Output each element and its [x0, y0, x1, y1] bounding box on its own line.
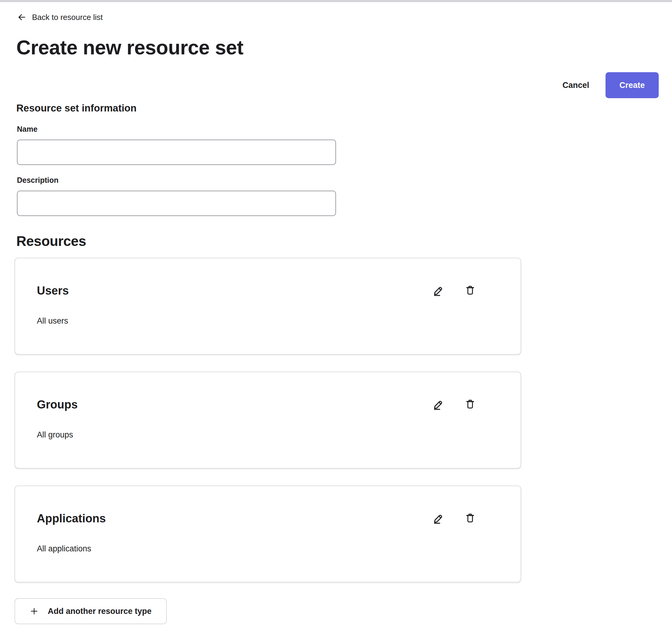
edit-groups-button[interactable]	[431, 397, 446, 412]
resource-card-title: Applications	[37, 512, 106, 525]
resource-card-description: All applications	[37, 544, 499, 553]
delete-applications-button[interactable]	[463, 511, 478, 526]
top-edge-strip	[0, 0, 672, 2]
card-actions	[431, 283, 478, 298]
create-resource-set-page: Back to resource list Create new resourc…	[0, 0, 672, 626]
plus-icon	[30, 607, 39, 616]
add-resource-type-label: Add another resource type	[48, 607, 152, 616]
trash-icon	[465, 285, 476, 296]
card-actions	[431, 511, 478, 526]
name-input[interactable]	[17, 140, 336, 165]
cancel-button[interactable]: Cancel	[553, 75, 598, 96]
arrow-left-icon	[17, 13, 27, 22]
pencil-edit-icon	[433, 513, 443, 524]
card-header: Applications	[37, 511, 499, 526]
edit-users-button[interactable]	[431, 283, 446, 298]
resource-card-description: All groups	[37, 430, 499, 440]
back-to-resource-list-link[interactable]: Back to resource list	[17, 13, 103, 22]
description-input[interactable]	[17, 191, 336, 216]
back-link-label: Back to resource list	[32, 13, 103, 22]
form-actions: Cancel Create	[15, 72, 659, 98]
trash-icon	[465, 399, 476, 410]
description-label: Description	[17, 176, 659, 185]
card-actions	[431, 397, 478, 412]
edit-applications-button[interactable]	[431, 511, 446, 526]
pencil-edit-icon	[433, 285, 443, 296]
delete-groups-button[interactable]	[463, 397, 478, 412]
resource-set-information-heading: Resource set information	[16, 102, 659, 114]
pencil-edit-icon	[433, 399, 443, 410]
resource-card-title: Groups	[37, 398, 78, 411]
add-resource-type-button[interactable]: Add another resource type	[15, 598, 167, 624]
delete-users-button[interactable]	[463, 283, 478, 298]
page-title: Create new resource set	[16, 37, 659, 58]
name-label: Name	[17, 125, 659, 134]
resource-card-applications: Applications	[15, 485, 521, 582]
create-button[interactable]: Create	[605, 72, 659, 98]
card-header: Users	[37, 283, 499, 298]
card-header: Groups	[37, 397, 499, 412]
resource-card-description: All users	[37, 316, 499, 326]
resource-card-title: Users	[37, 284, 69, 297]
resource-card-groups: Groups	[15, 371, 521, 468]
page-content: Back to resource list Create new resourc…	[0, 2, 672, 626]
resources-heading: Resources	[16, 233, 659, 249]
trash-icon	[465, 513, 476, 524]
resource-card-users: Users	[15, 258, 521, 355]
